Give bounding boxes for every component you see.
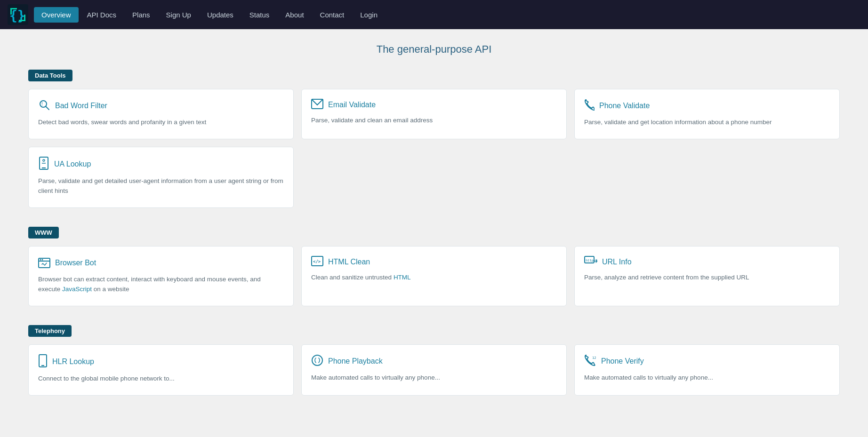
card-title-html-clean: HTML Clean [328, 258, 370, 266]
javascript-link[interactable]: JavaScript [62, 286, 92, 293]
svg-rect-4 [10, 8, 17, 9]
nav-item-api-docs[interactable]: API Docs [80, 7, 124, 23]
svg-rect-5 [19, 20, 25, 21]
cards-grid-data-tools: !Bad Word FilterDetect bad words, swear … [28, 89, 840, 208]
ua-lookup-icon [38, 157, 49, 172]
card-browser-bot[interactable]: Browser BotBrowser bot can extract conte… [28, 246, 294, 306]
section-data-tools: Data Tools!Bad Word FilterDetect bad wor… [28, 70, 840, 208]
card-title-phone-playback: Phone Playback [328, 357, 383, 365]
phone-validate-icon [584, 99, 595, 113]
svg-point-24 [312, 355, 322, 365]
card-header-hlr-lookup: HLR Lookup [38, 354, 284, 369]
phone-verify-icon: 123 [584, 354, 596, 368]
card-title-bad-word-filter: Bad Word Filter [55, 102, 107, 110]
nav-item-overview[interactable]: Overview [34, 7, 79, 23]
html-link[interactable]: HTML [394, 274, 411, 281]
card-title-hlr-lookup: HLR Lookup [52, 358, 94, 366]
svg-text:http://: http:// [586, 259, 597, 262]
navbar: {} OverviewAPI DocsPlansSign UpUpdatesSt… [0, 0, 868, 29]
email-validate-icon [311, 99, 323, 111]
card-header-phone-validate: Phone Validate [584, 99, 830, 113]
main-content: The general-purpose API Data Tools!Bad W… [0, 29, 868, 433]
card-desc-email-validate: Parse, validate and clean an email addre… [311, 116, 557, 126]
nav-item-updates[interactable]: Updates [200, 7, 241, 23]
card-desc-phone-verify: Make automated calls to virtually any ph… [584, 373, 830, 383]
card-header-browser-bot: Browser Bot [38, 256, 284, 270]
card-email-validate[interactable]: Email ValidateParse, validate and clean … [301, 89, 567, 139]
card-html-clean[interactable]: </>HTML CleanClean and sanitize untruste… [301, 246, 567, 306]
section-badge-data-tools: Data Tools [28, 70, 72, 81]
card-desc-hlr-lookup: Connect to the global mobile phone netwo… [38, 374, 284, 384]
section-badge-telephony: Telephony [28, 325, 72, 337]
card-title-phone-validate: Phone Validate [599, 102, 650, 110]
card-hlr-lookup[interactable]: HLR LookupConnect to the global mobile p… [28, 344, 294, 396]
svg-point-17 [42, 259, 43, 260]
svg-text:</>: </> [313, 259, 321, 264]
section-www: WWWBrowser BotBrowser bot can extract co… [28, 227, 840, 306]
card-desc-phone-playback: Make automated calls to virtually any ph… [311, 373, 557, 383]
bad-word-filter-icon: ! [38, 99, 50, 113]
svg-point-16 [40, 259, 41, 260]
hlr-lookup-icon [38, 354, 48, 369]
card-desc-ua-lookup: Parse, validate and get detailed user-ag… [38, 176, 284, 196]
card-title-browser-bot: Browser Bot [55, 259, 96, 267]
sections-container: Data Tools!Bad Word FilterDetect bad wor… [28, 70, 840, 396]
nav-item-contact[interactable]: Contact [313, 7, 352, 23]
svg-point-12 [43, 159, 45, 161]
card-title-email-validate: Email Validate [328, 101, 376, 109]
card-header-url-info: http://URL Info [584, 256, 830, 268]
card-desc-url-info: Parse, analyze and retrieve content from… [584, 273, 830, 283]
svg-text:123: 123 [592, 356, 596, 360]
card-header-bad-word-filter: !Bad Word Filter [38, 99, 284, 113]
card-url-info[interactable]: http://URL InfoParse, analyze and retrie… [574, 246, 840, 306]
cards-grid-www: Browser BotBrowser bot can extract conte… [28, 246, 840, 306]
cards-grid-telephony: HLR LookupConnect to the global mobile p… [28, 344, 840, 396]
section-badge-www: WWW [28, 227, 59, 238]
card-desc-html-clean: Clean and sanitize untrusted HTML [311, 273, 557, 283]
card-ua-lookup[interactable]: UA LookupParse, validate and get detaile… [28, 147, 294, 208]
svg-line-7 [46, 107, 49, 110]
card-desc-browser-bot: Browser bot can extract content, interac… [38, 275, 284, 294]
card-phone-verify[interactable]: 123Phone VerifyMake automated calls to v… [574, 344, 840, 396]
page-title: The general-purpose API [28, 43, 840, 56]
section-telephony: TelephonyHLR LookupConnect to the global… [28, 325, 840, 396]
svg-text:!: ! [41, 102, 43, 107]
card-header-phone-playback: Phone Playback [311, 354, 557, 368]
logo-icon[interactable]: {} [8, 4, 28, 25]
browser-bot-icon [38, 256, 50, 270]
card-title-ua-lookup: UA Lookup [54, 160, 91, 168]
card-header-email-validate: Email Validate [311, 99, 557, 111]
html-clean-icon: </> [311, 256, 323, 268]
card-header-phone-verify: 123Phone Verify [584, 354, 830, 368]
card-title-phone-verify: Phone Verify [601, 357, 644, 365]
nav-item-about[interactable]: About [278, 7, 311, 23]
card-title-url-info: URL Info [602, 258, 632, 266]
svg-text:{}: {} [9, 8, 25, 24]
nav-item-plans[interactable]: Plans [125, 7, 158, 23]
card-header-html-clean: </>HTML Clean [311, 256, 557, 268]
nav-item-status[interactable]: Status [242, 7, 277, 23]
nav-item-login[interactable]: Login [353, 7, 385, 23]
nav-item-sign-up[interactable]: Sign Up [159, 7, 199, 23]
url-info-icon: http:// [584, 256, 597, 268]
card-desc-phone-validate: Parse, validate and get location informa… [584, 118, 830, 127]
phone-playback-icon [311, 354, 323, 368]
card-desc-bad-word-filter: Detect bad words, swear words and profan… [38, 118, 284, 127]
card-header-ua-lookup: UA Lookup [38, 157, 284, 172]
card-phone-validate[interactable]: Phone ValidateParse, validate and get lo… [574, 89, 840, 139]
card-bad-word-filter[interactable]: !Bad Word FilterDetect bad words, swear … [28, 89, 294, 139]
card-phone-playback[interactable]: Phone PlaybackMake automated calls to vi… [301, 344, 567, 396]
nav-menu: OverviewAPI DocsPlansSign UpUpdatesStatu… [34, 7, 385, 23]
